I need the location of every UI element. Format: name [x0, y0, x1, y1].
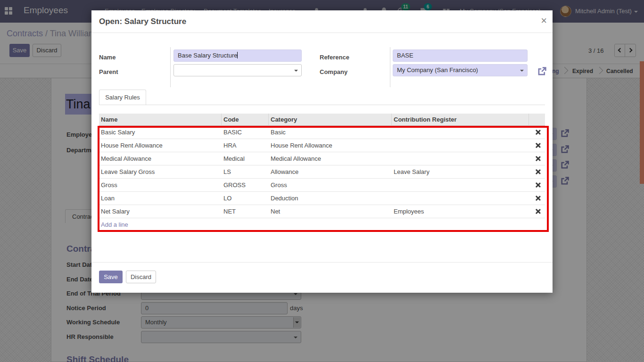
annotation-red-box	[98, 126, 549, 232]
dialog-discard-button[interactable]: Discard	[126, 271, 156, 283]
dialog-title: Open: Salary Structure	[99, 17, 186, 26]
column-header[interactable]: Name	[99, 114, 222, 126]
parent-combobox[interactable]	[173, 64, 302, 76]
company-combobox[interactable]: My Company (San Francisco)	[393, 64, 528, 76]
dialog-header: Open: Salary Structure ×	[91, 10, 553, 33]
company-label: Company	[320, 68, 347, 75]
column-header-actions	[529, 114, 545, 126]
external-link-icon[interactable]	[537, 66, 547, 76]
scrollbar-thumb[interactable]	[640, 61, 644, 184]
reference-label: Reference	[320, 54, 349, 61]
column-header[interactable]: Category	[269, 114, 392, 126]
dialog-save-button[interactable]: Save	[99, 271, 123, 283]
close-icon[interactable]: ×	[541, 16, 547, 26]
name-input[interactable]: Base Salary Structure	[173, 49, 302, 62]
tab-salary-rules[interactable]: Salary Rules	[99, 90, 146, 105]
column-header[interactable]: Code	[222, 114, 269, 126]
parent-label: Parent	[99, 68, 118, 75]
name-label: Name	[99, 54, 116, 61]
reference-input[interactable]: BASE	[393, 49, 528, 62]
column-header[interactable]: Contribution Register	[392, 114, 529, 126]
